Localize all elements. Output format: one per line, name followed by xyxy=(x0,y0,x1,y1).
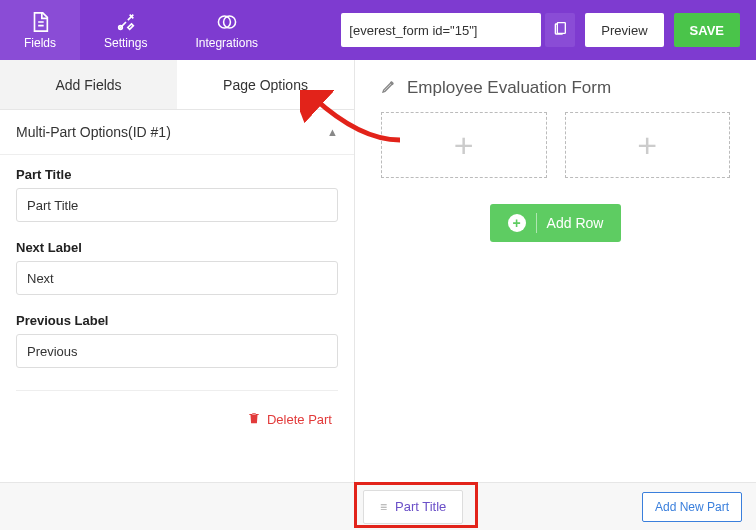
drop-row: + + xyxy=(381,112,730,178)
drop-zone-1[interactable]: + xyxy=(381,112,547,178)
nav-settings-label: Settings xyxy=(104,36,147,50)
chevron-up-icon: ▲ xyxy=(327,126,338,138)
drag-handle-icon: ≡ xyxy=(380,500,387,514)
main-area: Add Fields Page Options Multi-Part Optio… xyxy=(0,60,756,482)
shortcode-input[interactable]: [everest_form id="15"] xyxy=(341,13,541,47)
top-header: Fields Settings Integrations [everest_fo… xyxy=(0,0,756,60)
part-title-input[interactable] xyxy=(16,188,338,222)
footer-bar: ≡ Part Title Add New Part xyxy=(0,482,756,530)
preview-button[interactable]: Preview xyxy=(585,13,663,47)
nav-fields[interactable]: Fields xyxy=(0,0,80,60)
shortcode-text: [everest_form id="15"] xyxy=(349,23,477,38)
tab-page-options[interactable]: Page Options xyxy=(177,60,354,110)
nav-integrations[interactable]: Integrations xyxy=(171,0,282,60)
form-canvas: Employee Evaluation Form + + + Add Row xyxy=(355,60,756,482)
svg-rect-3 xyxy=(558,23,566,34)
nav-settings[interactable]: Settings xyxy=(80,0,171,60)
multi-part-title: Multi-Part Options(ID #1) xyxy=(16,124,171,140)
plus-icon: + xyxy=(454,126,474,165)
next-label-input[interactable] xyxy=(16,261,338,295)
delete-part-button[interactable]: Delete Part xyxy=(247,411,332,428)
integrations-icon xyxy=(215,10,239,34)
plus-circle-icon: + xyxy=(508,214,526,232)
trash-icon xyxy=(247,411,261,428)
prev-label-input[interactable] xyxy=(16,334,338,368)
prev-label-field: Previous Label xyxy=(0,301,354,374)
file-icon xyxy=(29,10,51,34)
add-row-label: Add Row xyxy=(547,215,604,231)
sidebar: Add Fields Page Options Multi-Part Optio… xyxy=(0,60,355,482)
save-button[interactable]: SAVE xyxy=(674,13,740,47)
form-title[interactable]: Employee Evaluation Form xyxy=(407,78,611,98)
sidebar-tabs: Add Fields Page Options xyxy=(0,60,354,110)
add-new-part-button[interactable]: Add New Part xyxy=(642,492,742,522)
delete-part-label: Delete Part xyxy=(267,412,332,427)
part-tab-label: Part Title xyxy=(395,499,446,514)
add-row-button[interactable]: + Add Row xyxy=(490,204,622,242)
copy-shortcode-button[interactable] xyxy=(545,13,575,47)
next-label-field: Next Label xyxy=(0,228,354,301)
part-title-label: Part Title xyxy=(16,167,338,182)
plus-icon: + xyxy=(637,126,657,165)
next-label-label: Next Label xyxy=(16,240,338,255)
prev-label-label: Previous Label xyxy=(16,313,338,328)
clipboard-icon xyxy=(552,20,568,40)
nav-fields-label: Fields xyxy=(24,36,56,50)
form-title-row: Employee Evaluation Form xyxy=(381,78,730,98)
nav-integrations-label: Integrations xyxy=(195,36,258,50)
drop-zone-2[interactable]: + xyxy=(565,112,731,178)
tab-add-fields[interactable]: Add Fields xyxy=(0,60,177,110)
multi-part-header[interactable]: Multi-Part Options(ID #1) ▲ xyxy=(0,110,354,155)
button-separator xyxy=(536,213,537,233)
part-tab[interactable]: ≡ Part Title xyxy=(363,490,463,524)
pencil-icon[interactable] xyxy=(381,78,397,98)
tools-icon xyxy=(115,10,137,34)
part-title-field: Part Title xyxy=(0,155,354,228)
